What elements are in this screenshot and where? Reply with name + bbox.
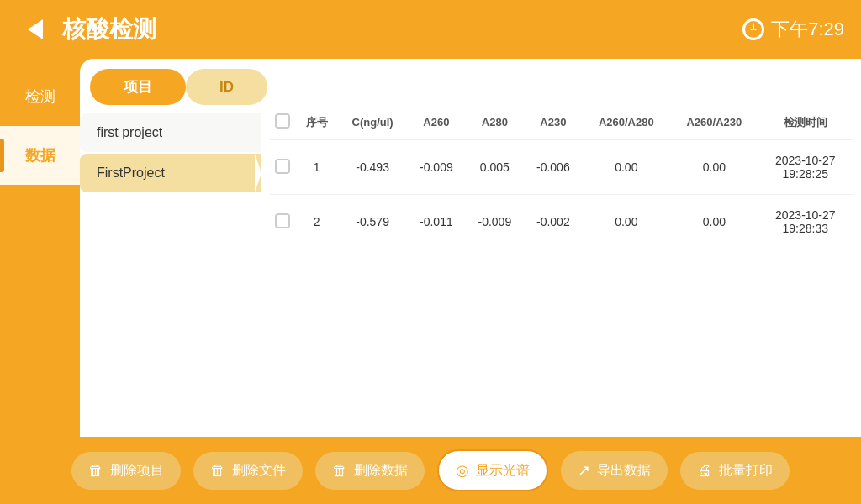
row-seq-1: 2 — [295, 195, 338, 249]
data-table: 序号 C(ng/ul) A260 A280 A230 A260/A280 A26… — [270, 105, 853, 249]
col-header-checkbox — [270, 105, 295, 140]
export-data-icon: ↗ — [578, 461, 590, 480]
col-header-a230: A230 — [524, 105, 582, 140]
show-spectrum-button[interactable]: ◎ 显示光谱 — [437, 449, 548, 491]
row-a260-0: -0.009 — [407, 140, 465, 195]
table-row: 2 -0.579 -0.011 -0.009 -0.002 0.00 0.00 … — [270, 195, 853, 249]
row-cngul-0: -0.493 — [338, 140, 407, 195]
sidebar-label-shuju: 数据 — [25, 145, 55, 165]
row-cngul-1: -0.579 — [338, 195, 407, 249]
tab-project[interactable]: 项目 — [90, 69, 186, 105]
project-item-FirstProject[interactable]: FirstProject — [80, 154, 261, 192]
delete-data-label: 删除数据 — [354, 462, 408, 480]
batch-print-icon: 🖨 — [697, 462, 712, 480]
col-header-a260: A260 — [407, 105, 465, 140]
table-row: 1 -0.493 -0.009 0.005 -0.006 0.00 0.00 2… — [270, 140, 853, 195]
delete-file-button[interactable]: 🗑 删除文件 — [193, 452, 303, 490]
col-header-a260-a230: A260/A230 — [670, 105, 758, 140]
delete-file-icon: 🗑 — [210, 462, 225, 480]
delete-data-icon: 🗑 — [332, 462, 347, 480]
col-header-time: 检测时间 — [758, 105, 853, 140]
sidebar: 检测 数据 — [0, 59, 80, 437]
row-a280-1: -0.009 — [466, 195, 524, 249]
tabs-row: 项目 ID — [80, 59, 861, 105]
row-time-1: 2023-10-27 19:28:33 — [758, 195, 853, 249]
header-checkbox[interactable] — [275, 113, 290, 129]
delete-project-button[interactable]: 🗑 删除项目 — [71, 452, 181, 490]
delete-project-label: 删除项目 — [110, 462, 164, 480]
col-header-a260-a280: A260/A280 — [583, 105, 671, 140]
header: 核酸检测 下午7:29 — [0, 0, 861, 59]
main-layout: 检测 数据 项目 ID first project FirstProject — [0, 59, 861, 437]
row-checkbox-cell — [270, 140, 295, 195]
row-checkbox-0[interactable] — [275, 159, 290, 174]
row-a260a280-1: 0.00 — [583, 195, 671, 249]
content-area: 项目 ID first project FirstProject — [80, 59, 861, 437]
row-a260a230-0: 0.00 — [670, 140, 758, 195]
row-seq-0: 1 — [295, 140, 338, 195]
project-list: first project FirstProject — [80, 105, 261, 437]
tab-id[interactable]: ID — [186, 69, 267, 105]
project-item-first[interactable]: first project — [80, 113, 261, 152]
row-checkbox-cell — [270, 195, 295, 249]
row-a260a280-0: 0.00 — [583, 140, 671, 195]
content-inner: first project FirstProject 序号 — [80, 105, 861, 437]
back-arrow-icon — [28, 19, 43, 39]
row-a260a230-1: 0.00 — [670, 195, 758, 249]
header-time: 下午7:29 — [742, 17, 844, 42]
time-label: 下午7:29 — [771, 17, 844, 42]
export-data-button[interactable]: ↗ 导出数据 — [561, 451, 668, 490]
batch-print-button[interactable]: 🖨 批量打印 — [680, 452, 790, 490]
batch-print-label: 批量打印 — [719, 462, 773, 480]
page-title: 核酸检测 — [62, 13, 156, 45]
row-a280-0: 0.005 — [466, 140, 524, 195]
sidebar-item-jiance[interactable]: 检测 — [0, 67, 80, 126]
col-header-seq: 序号 — [295, 105, 338, 140]
row-a230-0: -0.006 — [524, 140, 582, 195]
delete-project-icon: 🗑 — [88, 462, 103, 480]
delete-data-button[interactable]: 🗑 删除数据 — [315, 452, 425, 490]
row-a230-1: -0.002 — [524, 195, 582, 249]
sidebar-item-shuju[interactable]: 数据 — [0, 126, 80, 185]
back-button[interactable] — [17, 11, 54, 48]
bottom-toolbar: 🗑 删除项目 🗑 删除文件 🗑 删除数据 ◎ 显示光谱 ↗ 导出数据 🖨 批量打… — [0, 437, 861, 504]
export-data-label: 导出数据 — [597, 462, 651, 480]
col-header-cngul: C(ng/ul) — [338, 105, 407, 140]
sidebar-label-jiance: 检测 — [25, 87, 55, 107]
project-label-first: first project — [97, 125, 162, 139]
show-spectrum-icon: ◎ — [456, 461, 469, 480]
row-checkbox-1[interactable] — [275, 213, 290, 228]
row-time-0: 2023-10-27 19:28:25 — [758, 140, 853, 195]
col-header-a280: A280 — [466, 105, 524, 140]
delete-file-label: 删除文件 — [232, 462, 286, 480]
active-indicator — [0, 139, 4, 172]
clock-icon — [742, 18, 764, 40]
table-area: 序号 C(ng/ul) A260 A280 A230 A260/A280 A26… — [261, 105, 861, 437]
row-a260-1: -0.011 — [407, 195, 465, 249]
project-label-FirstProject: FirstProject — [97, 165, 165, 180]
show-spectrum-label: 显示光谱 — [476, 462, 530, 480]
